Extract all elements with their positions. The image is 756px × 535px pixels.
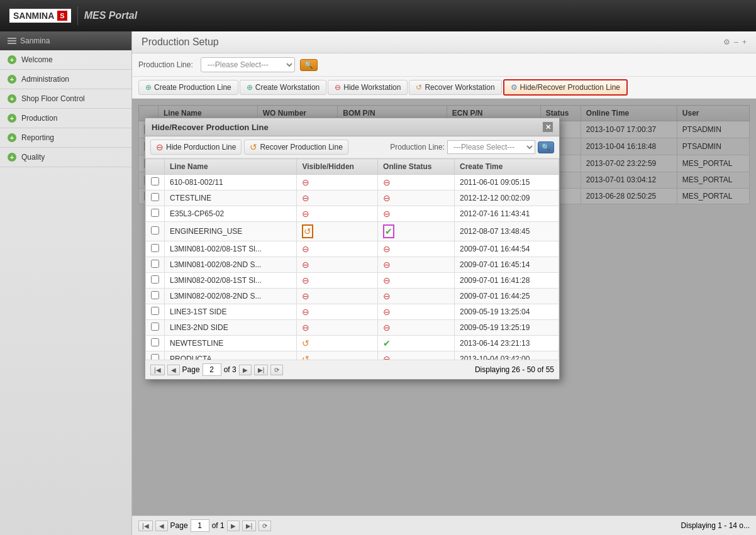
row-checkbox[interactable] [151, 323, 159, 331]
sidebar-welcome-label: Welcome [21, 55, 53, 64]
sidebar-item-welcome[interactable]: + Welcome [0, 50, 131, 70]
modal-last-page-button[interactable]: ▶| [254, 365, 269, 375]
sidebar-shop-icon: + [8, 94, 16, 103]
hide-recover-pl-button[interactable]: ⚙ Hide/Recover Production Line [503, 79, 628, 96]
create-production-line-button[interactable]: ⊕ Create Production Line [138, 80, 238, 95]
sidebar-shop-label: Shop Floor Control [21, 94, 85, 103]
row-checkbox[interactable] [151, 226, 159, 234]
page-input[interactable] [191, 519, 209, 532]
modal-table-row: L3MIN082-002/08-1ST Sl...⊖⊖2009-07-01 16… [146, 273, 559, 289]
hide-workstation-button[interactable]: ⊖ Hide Workstation [328, 80, 408, 95]
modal-cell-checkbox [146, 320, 165, 336]
minimize-icon[interactable]: – [734, 38, 738, 47]
main-layout: Sanmina + Welcome + Administration + Sho… [0, 31, 756, 535]
sidebar-quality-label: Quality [21, 153, 45, 162]
modal-table-wrap[interactable]: Line Name Visible/Hidden Online Status C… [145, 158, 559, 360]
create-pl-icon: ⊕ [145, 83, 152, 92]
row-checkbox[interactable] [151, 307, 159, 315]
modal-cell-checkbox [146, 289, 165, 304]
pl-label: Production Line: [138, 60, 193, 69]
modal-cell-checkbox [146, 273, 165, 289]
prev-page-button[interactable]: ◀ [155, 521, 168, 531]
row-checkbox[interactable] [151, 209, 159, 217]
modal-cell-checkbox [146, 206, 165, 222]
row-checkbox[interactable] [151, 338, 159, 346]
online-status-red-icon: ⊖ [383, 244, 391, 254]
hide-production-line-button[interactable]: ⊖ Hide Porduction Line [150, 140, 242, 155]
row-checkbox[interactable] [151, 260, 159, 268]
row-checkbox[interactable] [151, 275, 159, 284]
modal-cell-create-time: 2011-06-01 09:05:15 [454, 175, 559, 190]
logo-box: SANMINA S [9, 9, 71, 23]
modal-refresh-button[interactable]: ⟳ [270, 365, 283, 375]
sidebar-reporting-icon: + [8, 133, 16, 142]
sidebar-welcome-icon: + [8, 55, 16, 64]
sidebar-admin-label: Administration [21, 75, 69, 84]
sidebar-item-administration[interactable]: + Administration [0, 70, 131, 89]
visible-hidden-red-icon: ⊖ [302, 244, 309, 254]
modal-first-page-button[interactable]: |◀ [150, 365, 165, 375]
hamburger-icon[interactable] [8, 38, 16, 44]
modal-next-page-button[interactable]: ▶ [239, 365, 252, 375]
row-checkbox[interactable] [151, 291, 159, 299]
modal-close-button[interactable]: ✕ [543, 122, 553, 132]
modal-cell-visible-hidden: ⊖ [297, 304, 378, 320]
toolbar-search-button[interactable]: 🔍 [300, 59, 318, 71]
next-page-button[interactable]: ▶ [227, 521, 240, 531]
page-title: Production Setup [142, 36, 219, 48]
pin-icon[interactable]: ⚙ [723, 38, 730, 47]
modal-cell-visible-hidden: ⊖ [297, 289, 378, 304]
toolbar: Production Line: ---Please Select--- 🔍 [132, 53, 756, 77]
create-ws-icon: ⊕ [247, 83, 253, 92]
modal-page-label: Page [182, 365, 200, 374]
portal-title: MES Portal [84, 10, 137, 21]
online-status-red-icon: ⊖ [383, 307, 391, 317]
modal-cell-online-status: ⊖ [378, 351, 455, 360]
sidebar-item-production[interactable]: + Production [0, 109, 131, 128]
visible-hidden-orange-icon: ↺ [304, 226, 311, 236]
modal-cell-online-status: ⊖ [378, 257, 455, 273]
sidebar-item-shop-floor-control[interactable]: + Shop Floor Control [0, 89, 131, 109]
maximize-icon[interactable]: + [742, 38, 747, 47]
row-checkbox[interactable] [151, 354, 159, 360]
row-checkbox[interactable] [151, 177, 159, 185]
sidebar-item-quality[interactable]: + Quality [0, 148, 131, 167]
modal-col-create-time-header: Create Time [454, 159, 559, 175]
recover-pl-modal-icon: ↺ [250, 142, 257, 152]
refresh-button[interactable]: ⟳ [258, 521, 271, 531]
modal-table-row: LINE3-2ND SIDE⊖⊖2009-05-19 13:25:19 [146, 320, 559, 336]
visible-hidden-red-icon: ⊖ [302, 177, 309, 187]
modal-cell-line-name: LINE3-1ST SIDE [165, 304, 297, 320]
modal-cell-line-name: L3MIN081-002/08-1ST Sl... [165, 241, 297, 257]
modal-cell-checkbox [146, 190, 165, 206]
modal-page-input[interactable] [203, 363, 221, 376]
recover-ws-icon: ↺ [416, 83, 422, 92]
modal-table-row: E35L3-CP65-02⊖⊖2012-07-16 11:43:41 [146, 206, 559, 222]
main-content: Production Setup ⚙ – + Production Line: … [132, 31, 756, 535]
modal-search-button[interactable]: 🔍 [538, 141, 554, 153]
modal-cell-online-status: ⊖ [378, 206, 455, 222]
modal-cell-line-name: CTESTLINE [165, 190, 297, 206]
recover-workstation-button[interactable]: ↺ Recover Workstation [409, 80, 501, 95]
row-checkbox[interactable] [151, 193, 159, 201]
modal-toolbar: ⊖ Hide Porduction Line ↺ Recover Product… [145, 136, 559, 158]
production-line-select[interactable]: ---Please Select--- [201, 57, 295, 72]
modal-cell-online-status: ✔ [378, 222, 455, 241]
hide-ws-icon: ⊖ [335, 83, 341, 92]
row-checkbox[interactable] [151, 244, 159, 252]
sidebar-item-reporting[interactable]: + Reporting [0, 128, 131, 148]
modal-table-row: PRODUCTA↺⊖2013-10-04 03:42:00 [146, 351, 559, 360]
first-page-button[interactable]: |◀ [138, 521, 153, 531]
modal-col-checkbox-header [146, 159, 165, 175]
recover-production-line-button[interactable]: ↺ Recover Production Line [244, 140, 348, 155]
modal-col-online-status-header: Online Status [378, 159, 455, 175]
modal-cell-online-status: ⊖ [378, 241, 455, 257]
visible-hidden-red-icon: ⊖ [302, 323, 309, 333]
modal-table-row: L3MIN082-002/08-2ND S...⊖⊖2009-07-01 16:… [146, 289, 559, 304]
create-workstation-button[interactable]: ⊕ Create Workstation [240, 80, 327, 95]
modal-production-line-select[interactable]: ---Please Select--- [447, 140, 535, 154]
page-controls: |◀ ◀ Page of 1 ▶ ▶| ⟳ [138, 519, 271, 532]
last-page-button[interactable]: ▶| [242, 521, 257, 531]
modal-cell-visible-hidden: ↺ [297, 222, 378, 241]
modal-prev-page-button[interactable]: ◀ [167, 365, 180, 375]
